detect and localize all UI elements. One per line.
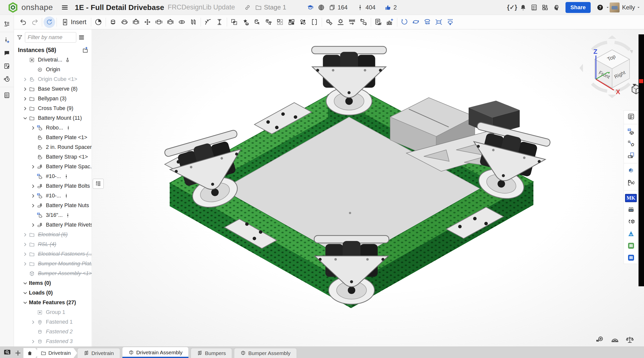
tab-bumper-assembly[interactable]: Bumper Assembly — [234, 348, 296, 358]
grid-icon[interactable] — [286, 16, 297, 28]
insert-parts-icon[interactable] — [263, 16, 274, 28]
document-menu-icon[interactable] — [59, 2, 70, 13]
protractor-icon[interactable] — [610, 336, 619, 344]
tree-row[interactable]: 2 in. Round Spacer ... — [14, 142, 92, 152]
tree-row[interactable]: Robo... — [14, 123, 92, 133]
rack-icon[interactable] — [346, 16, 358, 28]
altium-icon[interactable] — [625, 228, 637, 240]
ai-advisor-icon[interactable] — [550, 2, 562, 13]
tree-row[interactable]: Fastened 1 — [14, 317, 92, 327]
chevron-right-icon[interactable] — [22, 261, 29, 266]
spin-icon[interactable] — [410, 16, 422, 28]
insert-button[interactable]: Insert — [58, 16, 90, 28]
3d-viewport[interactable]: Top Front Right Z X — [92, 29, 644, 347]
tree-row[interactable]: #10-... — [14, 191, 92, 201]
pattern-icon[interactable] — [274, 16, 286, 28]
gear-fix-icon[interactable] — [335, 16, 346, 28]
planar-icon[interactable] — [142, 16, 153, 28]
mkcad-icon[interactable]: MK — [625, 192, 637, 204]
undo-button[interactable] — [18, 16, 29, 28]
chevron-right-icon[interactable] — [22, 106, 29, 111]
add-tab-button[interactable] — [14, 350, 22, 357]
notes-icon[interactable] — [2, 59, 12, 72]
tree-row[interactable]: Battery Strap <1> — [14, 152, 92, 162]
view-cube[interactable]: Top Front Right Z X — [578, 34, 643, 99]
tape-measure-icon[interactable] — [596, 336, 604, 344]
user-name[interactable]: Kelly — [622, 4, 635, 11]
tasks-icon[interactable] — [528, 2, 540, 13]
tree-row[interactable]: Battery Mount (11) — [14, 113, 92, 123]
tree-row[interactable]: Items (0) — [14, 278, 92, 288]
belt-icon[interactable] — [358, 16, 369, 28]
chevron-right-icon[interactable] — [22, 96, 29, 101]
tree-row[interactable]: Battery Plate Bolts — [14, 181, 92, 191]
help-icon[interactable]: ? — [595, 2, 606, 13]
tree-row[interactable]: Battery Plate Nuts — [14, 201, 92, 210]
pinwheel-icon[interactable] — [625, 165, 637, 177]
tree-row[interactable]: Battery Plate Rivets — [14, 220, 92, 230]
pin-slot-icon[interactable] — [176, 16, 188, 28]
tree-row[interactable]: Electrical Fasteners (... — [14, 249, 92, 259]
tree-popup-button[interactable] — [93, 179, 104, 189]
tree-row[interactable]: Cross Tube (9) — [14, 104, 92, 113]
tasks-icon[interactable] — [2, 89, 12, 102]
book-green-icon[interactable] — [625, 240, 637, 252]
breadcrumb[interactable]: Stage 1 — [264, 3, 286, 11]
chevron-right-icon[interactable] — [30, 223, 37, 227]
breadcrumb-folder-icon[interactable] — [253, 2, 264, 13]
sketch-dash-icon[interactable] — [625, 150, 637, 162]
tree-row[interactable]: Battery Plate Spac... — [14, 162, 92, 172]
tree-row[interactable]: Bumper Assembly <1> — [14, 269, 92, 278]
standard-content-icon[interactable] — [240, 16, 252, 28]
panel-list-icon[interactable] — [625, 111, 637, 123]
followers-icon[interactable] — [355, 2, 366, 13]
tab-search-icon[interactable] — [4, 349, 11, 356]
tab-drivetrain[interactable]: Drivetrain — [77, 348, 120, 358]
cyl-fasten-icon[interactable] — [108, 16, 119, 28]
linked-icon[interactable] — [297, 16, 309, 28]
robot-icon[interactable] — [625, 204, 637, 216]
derived-icon[interactable] — [625, 138, 637, 150]
chevron-right-icon[interactable] — [22, 252, 29, 257]
chevron-right-icon[interactable] — [22, 242, 29, 247]
bom-eye-icon[interactable] — [372, 16, 384, 28]
user-caret-icon[interactable] — [636, 5, 640, 9]
tab-drivetrain[interactable]: Drivetrain — [37, 348, 77, 358]
drivebase-model[interactable] — [92, 29, 644, 347]
tree-row[interactable]: RSL (4) — [14, 239, 92, 249]
onshape-logo[interactable]: onshape — [8, 2, 53, 13]
tree-row[interactable]: Battery Plate <1> — [14, 133, 92, 142]
cyl-ball-icon[interactable] — [153, 16, 165, 28]
tab-home[interactable] — [24, 348, 39, 358]
tree-row[interactable]: Fastened 3 — [14, 337, 92, 346]
tree-row[interactable]: Fastened 2 — [14, 327, 92, 337]
likes-icon[interactable] — [382, 2, 394, 13]
parallel-icon[interactable] — [188, 16, 199, 28]
tree-row[interactable]: 3/16"... — [14, 210, 92, 220]
tree-row[interactable]: Mate Features (27) — [14, 298, 92, 308]
chevron-right-icon[interactable] — [22, 232, 29, 237]
rotate-icon[interactable] — [399, 16, 410, 28]
tangent-icon[interactable] — [202, 16, 214, 28]
chevron-right-icon[interactable] — [22, 77, 29, 82]
chevron-right-icon[interactable] — [30, 193, 37, 198]
list-view-icon[interactable] — [78, 34, 85, 41]
document-version-label[interactable]: FRCDesignLib Update — [168, 3, 235, 11]
select-part-icon[interactable] — [252, 16, 263, 28]
education-icon[interactable] — [305, 2, 316, 13]
tab-drivetrain-assembly[interactable]: Drivetrain Assembly — [122, 347, 189, 358]
vertical-dots-icon[interactable] — [66, 125, 71, 131]
chevron-down-icon[interactable] — [22, 291, 29, 296]
chevron-right-icon[interactable] — [30, 339, 37, 344]
tree-row[interactable]: Drivetrai... — [14, 55, 92, 65]
tree-row[interactable]: #10-... — [14, 172, 92, 181]
chevron-down-icon[interactable] — [22, 116, 29, 121]
chevron-right-icon[interactable] — [22, 87, 29, 92]
comment-icon[interactable] — [2, 46, 12, 59]
tab-bumpers[interactable]: Bumpers — [191, 348, 232, 358]
chevron-right-icon[interactable] — [30, 164, 37, 169]
filter-icon[interactable] — [16, 34, 23, 41]
chevron-right-icon[interactable] — [30, 320, 37, 325]
mass-properties-icon[interactable] — [626, 336, 634, 344]
export-cube-icon[interactable] — [625, 216, 637, 228]
